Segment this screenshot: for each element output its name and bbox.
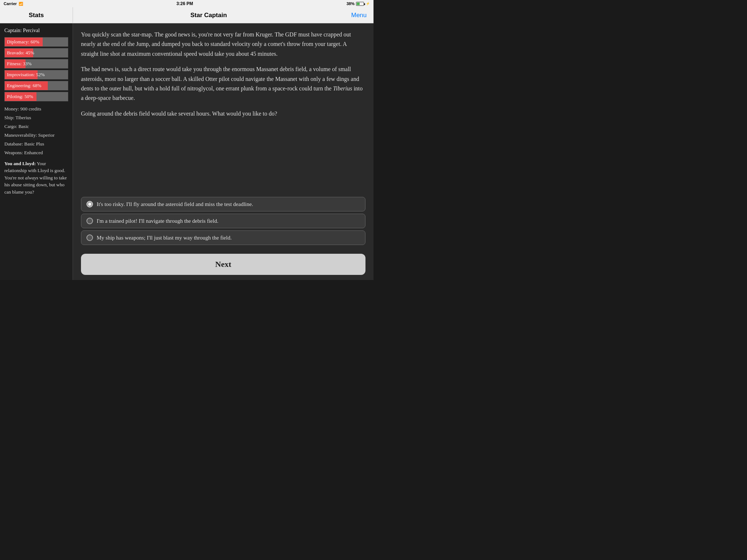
stat-info-item: Money: 900 credits <box>4 105 68 113</box>
relationship-bold: You and Lloyd: <box>4 161 36 166</box>
stat-bar: Engineering: 68% <box>4 81 68 90</box>
stat-info-item: Maneuverability: Superior <box>4 131 68 139</box>
stats-panel: Captain: Percival Diplomacy: 60% Bravado… <box>0 23 73 280</box>
stat-info-item: Ship: Tiberius <box>4 114 68 122</box>
stats-title: Stats <box>29 12 44 19</box>
story-paragraph-1: The bad news is, such a direct route wou… <box>81 65 365 103</box>
nav-left: Stats <box>0 7 73 23</box>
story-text: You quickly scan the star-map. The good … <box>73 23 374 194</box>
stat-info-item: Database: Basic Plus <box>4 140 68 148</box>
menu-button[interactable]: Menu <box>351 12 367 19</box>
status-right: 38% ⚡ <box>347 1 370 6</box>
stat-info-item: Weapons: Enhanced <box>4 149 68 157</box>
stats-info: Money: 900 creditsShip: TiberiusCargo: B… <box>4 105 68 157</box>
relationship-italic: always <box>25 175 38 180</box>
bolt-icon: ⚡ <box>366 2 370 5</box>
wifi-icon: 📶 <box>19 2 23 6</box>
stat-bar: Improvisation: 52% <box>4 70 68 79</box>
stat-bar: Diplomacy: 60% <box>4 37 68 47</box>
stat-bar-label: Bravado: 45% <box>5 50 34 56</box>
battery-icon <box>356 2 364 6</box>
choice-label-2: My ship has weapons; I'll just blast my … <box>97 235 232 241</box>
stat-bar: Bravado: 45% <box>4 48 68 58</box>
stat-bar-item: Diplomacy: 60% <box>4 37 68 47</box>
status-left: Carrier 📶 <box>4 1 23 6</box>
choice-label-0: It's too risky. I'll fly around the aste… <box>97 201 253 207</box>
app-title: Star Captain <box>190 12 227 19</box>
choices-container: It's too risky. I'll fly around the aste… <box>73 194 374 251</box>
stat-bar-item: Engineering: 68% <box>4 81 68 90</box>
radio-btn-0 <box>86 201 93 207</box>
carrier-label: Carrier <box>4 1 17 6</box>
relationship-text: You and Lloyd: Your relationship with Ll… <box>4 160 68 196</box>
stat-bar-item: Fitness: 33% <box>4 59 68 69</box>
stat-bar-item: Piloting: 50% <box>4 92 68 101</box>
stat-bar-label: Diplomacy: 60% <box>5 39 39 45</box>
status-bar: Carrier 📶 3:26 PM 38% ⚡ <box>0 0 374 7</box>
choice-label-1: I'm a trained pilot! I'll navigate throu… <box>97 218 218 224</box>
stat-bar: Piloting: 50% <box>4 92 68 101</box>
stat-info-item: Cargo: Basic <box>4 122 68 131</box>
radio-btn-2 <box>86 234 93 241</box>
stat-bar-label: Improvisation: 52% <box>5 72 45 78</box>
stat-bar-label: Fitness: 33% <box>5 61 32 67</box>
choice-option-0[interactable]: It's too risky. I'll fly around the aste… <box>81 197 365 211</box>
nav-right[interactable]: Menu <box>344 12 374 19</box>
story-panel: You quickly scan the star-map. The good … <box>73 23 374 280</box>
stat-bar-label: Engineering: 68% <box>5 83 41 89</box>
next-button[interactable]: Next <box>81 254 365 275</box>
captain-name: Captain: Percival <box>4 28 68 34</box>
choice-option-2[interactable]: My ship has weapons; I'll just blast my … <box>81 230 365 245</box>
nav-center: Star Captain <box>73 12 344 19</box>
next-btn-container: Next <box>73 251 374 280</box>
choice-option-1[interactable]: I'm a trained pilot! I'll navigate throu… <box>81 214 365 228</box>
stat-bar-label: Piloting: 50% <box>5 94 33 100</box>
stat-bar: Fitness: 33% <box>4 59 68 69</box>
stat-bar-item: Bravado: 45% <box>4 48 68 58</box>
battery-fill <box>357 3 360 5</box>
battery-pct: 38% <box>347 1 355 6</box>
main-layout: Captain: Percival Diplomacy: 60% Bravado… <box>0 23 374 280</box>
nav-bar: Stats Star Captain Menu <box>0 7 374 23</box>
stat-bar-item: Improvisation: 52% <box>4 70 68 79</box>
radio-btn-1 <box>86 218 93 224</box>
story-paragraph-0: You quickly scan the star-map. The good … <box>81 30 365 59</box>
stat-bars-container: Diplomacy: 60% Bravado: 45% Fitness: 33%… <box>4 37 68 101</box>
story-paragraph-2: Going around the debris field would take… <box>81 109 365 118</box>
time-label: 3:26 PM <box>177 1 193 6</box>
